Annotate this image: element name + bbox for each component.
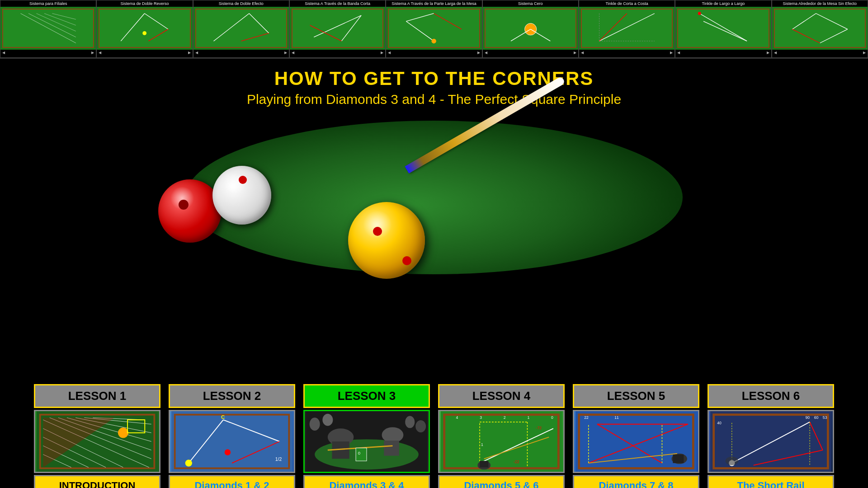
thumb-5[interactable]: Sistema A Través de la Parte Larga de la…	[386, 0, 482, 58]
svg-text:2: 2	[504, 415, 506, 420]
lessons-section: LESSON 1	[0, 384, 868, 488]
svg-line-10	[249, 14, 269, 33]
svg-line-16	[406, 14, 434, 21]
thumb-8-title: Tinkle de Largo a Largo	[675, 0, 771, 7]
svg-text:-22: -22	[514, 460, 519, 464]
thumb-5-title: Sistema A Través de la Parte Larga de la…	[386, 0, 481, 7]
main-content: HOW TO GET TO THE CORNERS Playing from D…	[0, 59, 868, 488]
svg-text:4: 4	[456, 415, 458, 420]
thumb-9-title: Sistema Alrededor de la Mesa Sin Efecto	[772, 0, 868, 7]
svg-text:11: 11	[614, 415, 619, 420]
lesson-3-caption[interactable]: Diamonds 3 & 4	[303, 475, 430, 488]
lesson-5-thumbnail[interactable]: 22 11	[573, 410, 699, 473]
svg-text:60: 60	[814, 415, 819, 420]
thumb-2[interactable]: Sistema de Doble Reverso ◀▶	[96, 0, 193, 58]
svg-text:C: C	[221, 414, 225, 420]
lesson-3-label[interactable]: LESSON 3	[303, 384, 430, 408]
lesson-6-thumbnail[interactable]: 90 60 53 40	[708, 410, 834, 473]
lesson-2-item[interactable]: LESSON 2 C 1/2	[169, 384, 295, 488]
svg-rect-64	[384, 441, 399, 456]
svg-line-9	[213, 14, 249, 41]
lesson-5-label[interactable]: LESSON 5	[573, 384, 699, 408]
svg-point-47	[118, 427, 128, 438]
thumb-2-title: Sistema de Doble Reverso	[97, 0, 192, 7]
svg-text:53: 53	[823, 415, 827, 420]
svg-line-4	[52, 14, 75, 19]
thumb-6-title: Sistema Cero	[483, 0, 578, 7]
thumb-4-title: Sistema A Través de la Banda Corta	[290, 0, 385, 7]
lesson-4-label[interactable]: LESSON 4	[438, 384, 565, 408]
lesson-4-caption[interactable]: Diamonds 5 & 6	[438, 475, 565, 488]
svg-line-2	[36, 14, 75, 31]
svg-line-20	[530, 29, 550, 41]
svg-text:1: 1	[527, 415, 529, 420]
svg-point-63	[382, 427, 404, 442]
lesson-2-caption[interactable]: Diamonds 1 & 2	[169, 475, 295, 488]
thumb-6[interactable]: Sistema Cero ◀▶	[482, 0, 579, 58]
svg-point-69	[322, 414, 333, 426]
svg-line-15	[406, 21, 434, 41]
lesson-2-label[interactable]: LESSON 2	[169, 384, 295, 408]
svg-point-8	[143, 31, 147, 35]
ball-red	[158, 179, 222, 243]
thumb-8[interactable]: Tinkle de Largo a Largo ◀▶	[675, 0, 771, 58]
svg-text:3: 3	[480, 415, 482, 420]
svg-point-70	[405, 416, 415, 428]
title-section: HOW TO GET TO THE CORNERS Playing from D…	[0, 59, 868, 112]
lesson-5-item[interactable]: LESSON 5 22 11	[573, 384, 699, 488]
svg-line-27	[703, 21, 747, 41]
svg-point-56	[185, 460, 192, 466]
svg-line-25	[599, 14, 627, 41]
svg-line-1	[28, 14, 76, 37]
svg-text:-72: -72	[536, 426, 542, 430]
svg-point-57	[225, 449, 231, 455]
lesson-1-item[interactable]: LESSON 1	[34, 384, 160, 488]
svg-point-68	[310, 418, 320, 431]
lesson-4-thumbnail[interactable]: 4 3 2 1 0 -72 1	[438, 410, 565, 473]
svg-text:0: 0	[551, 415, 553, 420]
lesson-1-caption[interactable]: INTRODUCTION	[34, 475, 160, 488]
lesson-6-item[interactable]: LESSON 6 90 60 53 40	[708, 384, 834, 488]
thumb-9[interactable]: Sistema Alrededor de la Mesa Sin Efecto …	[772, 0, 868, 58]
lesson-2-thumbnail[interactable]: C 1/2	[169, 410, 295, 473]
svg-text:1: 1	[481, 442, 483, 447]
thumb-3[interactable]: Sistema de Doble Efecto ◀▶	[193, 0, 289, 58]
lesson-1-label[interactable]: LESSON 1	[34, 384, 160, 408]
thumb-1[interactable]: Sistema para Filiales ◀▶	[0, 0, 96, 58]
lesson-6-label[interactable]: LESSON 6	[708, 384, 834, 408]
ball-yellow-dot-1	[373, 227, 382, 236]
svg-line-14	[310, 25, 341, 41]
svg-line-7	[149, 29, 169, 41]
svg-line-6	[145, 14, 168, 29]
sub-title: Playing from Diamonds 3 and 4 - The Perf…	[0, 92, 868, 107]
lesson-3-thumbnail[interactable]: 0	[303, 410, 430, 473]
thumb-4[interactable]: Sistema A Través de la Banda Corta ◀▶	[289, 0, 386, 58]
ball-white-dot	[239, 176, 247, 184]
ball-red-dot	[179, 200, 189, 210]
lesson-5-caption[interactable]: Diamonds 7 & 8	[573, 475, 699, 488]
lesson-6-caption[interactable]: The Short Rail	[708, 475, 834, 488]
billiard-scene	[0, 112, 868, 283]
svg-point-28	[698, 12, 701, 15]
lesson-3-item[interactable]: LESSON 3	[303, 384, 430, 488]
thumb-1-title: Sistema para Filiales	[0, 0, 96, 7]
svg-text:40: 40	[717, 421, 722, 425]
svg-rect-66	[356, 448, 367, 461]
ball-yellow	[348, 202, 425, 279]
svg-line-17	[434, 14, 462, 29]
thumb-7-title: Tinkle de Corta a Costa	[579, 0, 675, 7]
svg-line-0	[21, 14, 76, 43]
thumbnail-strip: Sistema para Filiales ◀▶ Sistema de Dobl…	[0, 0, 868, 59]
lesson-1-thumbnail[interactable]	[34, 410, 160, 473]
svg-line-11	[241, 33, 269, 41]
thumb-7[interactable]: Tinkle de Corta a Costa ◀▶	[579, 0, 675, 58]
svg-line-31	[820, 29, 847, 43]
svg-line-24	[599, 14, 654, 41]
lesson-4-item[interactable]: LESSON 4 4 3 2 1 0	[438, 384, 565, 488]
svg-text:90: 90	[806, 415, 810, 420]
svg-line-21	[511, 29, 531, 41]
svg-line-5	[121, 14, 145, 41]
svg-point-18	[432, 39, 436, 43]
svg-point-71	[415, 420, 426, 432]
ball-yellow-dot-2	[402, 256, 411, 265]
